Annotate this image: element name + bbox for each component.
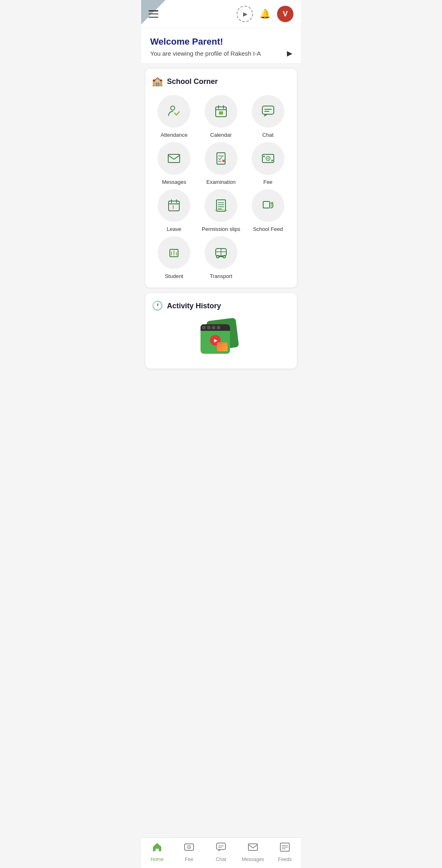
image-thumbnail [217, 342, 228, 351]
svg-point-40 [223, 255, 226, 258]
calendar-label: Calendar [210, 132, 232, 138]
notification-bell-icon[interactable]: 🔔 [259, 9, 271, 19]
svg-point-31 [271, 202, 273, 204]
svg-rect-9 [168, 154, 180, 163]
svg-point-17 [267, 158, 269, 159]
examination-label: Examination [206, 179, 236, 185]
film-hole [217, 326, 220, 329]
header-actions: 🔔 V [237, 6, 293, 22]
profile-arrow-icon[interactable]: ▶ [287, 50, 292, 57]
transport-label: Transport [210, 273, 232, 279]
school-corner-card: 🏫 School Corner Attendance [145, 69, 297, 287]
play-triangle-icon: ▶ [214, 338, 217, 343]
school-feed-item[interactable]: School Feed [246, 189, 290, 232]
activity-history-header: 🕐 Activity History [152, 301, 290, 311]
header: 🔔 V [141, 0, 301, 28]
svg-text:!: ! [172, 204, 174, 210]
calendar-item[interactable]: Calendar [199, 95, 244, 138]
school-corner-grid: Attendance Calendar [152, 95, 290, 279]
film-hole [202, 326, 205, 329]
chat-icon-circle [252, 95, 284, 128]
transport-icon-circle [205, 236, 237, 269]
chat-item[interactable]: Chat [246, 95, 290, 138]
film-strip [201, 324, 230, 331]
svg-rect-6 [262, 106, 274, 114]
school-corner-title: School Corner [167, 77, 218, 86]
permission-slips-label: Permission slips [202, 226, 240, 232]
attendance-icon-circle [158, 95, 190, 128]
permission-slips-item[interactable]: Permission slips [199, 189, 244, 232]
attendance-label: Attendance [160, 132, 187, 138]
film-hole [207, 326, 210, 329]
attendance-item[interactable]: Attendance [152, 95, 196, 138]
svg-point-19 [271, 160, 273, 161]
examination-item[interactable]: Examination [199, 142, 244, 185]
messages-icon-circle [158, 142, 190, 175]
svg-rect-30 [263, 201, 270, 208]
fee-label: Fee [263, 179, 272, 185]
leave-label: Leave [167, 226, 181, 232]
activity-history-icon: 🕐 [152, 301, 163, 311]
student-item[interactable]: Student [152, 236, 196, 279]
calendar-icon-circle [205, 95, 237, 128]
profile-text: You are viewing the profile of Rakesh I-… [150, 50, 261, 57]
svg-point-18 [263, 156, 265, 157]
school-corner-header: 🏫 School Corner [152, 76, 290, 87]
activity-history-card: 🕐 Activity History ▶ [145, 293, 297, 368]
transport-item[interactable]: Transport [199, 236, 244, 279]
welcome-subtitle[interactable]: You are viewing the profile of Rakesh I-… [150, 50, 292, 57]
chat-label: Chat [262, 132, 273, 138]
header-left [149, 10, 158, 18]
activity-media-stack: ▶ [201, 319, 241, 360]
school-feed-label: School Feed [253, 226, 283, 232]
messages-label: Messages [162, 179, 186, 185]
fee-icon-circle [252, 142, 284, 175]
svg-point-0 [171, 106, 175, 110]
student-icon-circle [158, 236, 190, 269]
svg-rect-5 [219, 111, 223, 115]
avatar[interactable]: V [277, 6, 293, 22]
school-corner-icon: 🏫 [152, 76, 163, 87]
leave-icon-circle: ! [158, 189, 190, 222]
hamburger-menu-button[interactable] [149, 10, 158, 18]
activity-history-content: ▶ [152, 319, 290, 360]
welcome-title: Welcome Parent! [150, 36, 292, 47]
school-feed-icon-circle [252, 189, 284, 222]
play-button[interactable] [237, 6, 253, 22]
examination-icon-circle [205, 142, 237, 175]
activity-history-title: Activity History [167, 302, 221, 310]
fee-item[interactable]: Fee [246, 142, 290, 185]
film-hole [212, 326, 215, 329]
leave-item[interactable]: ! Leave [152, 189, 196, 232]
messages-item[interactable]: Messages [152, 142, 196, 185]
svg-point-39 [216, 255, 219, 258]
student-label: Student [165, 273, 183, 279]
welcome-section: Welcome Parent! You are viewing the prof… [141, 28, 301, 63]
permission-slips-icon-circle [205, 189, 237, 222]
media-front-card: ▶ [201, 324, 230, 354]
